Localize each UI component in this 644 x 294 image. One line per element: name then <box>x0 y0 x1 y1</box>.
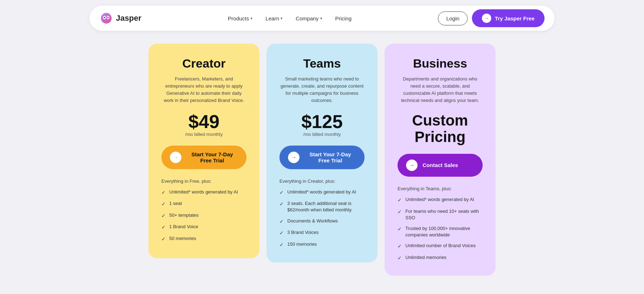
list-item: ✓ Documents & Workflows <box>279 218 365 225</box>
pricing-section: Creator Freelancers, Marketers, and entr… <box>0 36 644 290</box>
list-item: ✓ 50+ templates <box>161 212 247 220</box>
list-item: ✓ 150 memories <box>279 241 365 249</box>
check-icon: ✓ <box>161 212 166 220</box>
business-features-list: ✓ Unlimited* words generated by AI ✓ For… <box>397 196 483 262</box>
creator-cta-label: Start Your 7-Day Free Trial <box>186 151 238 163</box>
creator-features-list: ✓ Unlimited* words generated by AI ✓ 1 s… <box>161 189 247 243</box>
logo[interactable]: Jasper <box>99 11 141 25</box>
business-features-header: Everything in Teams, plus: <box>397 186 483 191</box>
feature-label: 1 Brand Voice <box>169 224 198 230</box>
feature-label: Documents & Workflows <box>287 218 338 224</box>
creator-title: Creator <box>161 57 247 70</box>
teams-price-sub: /mo billed monthly <box>279 132 365 137</box>
list-item: ✓ For teams who need 10+ seats with SSO <box>397 208 483 221</box>
business-cta-button[interactable]: → Contact Sales <box>397 154 483 177</box>
jasper-logo-icon <box>99 11 113 25</box>
list-item: ✓ 50 memories <box>161 235 247 243</box>
business-desc: Departments and organizations who need a… <box>397 75 483 104</box>
feature-label: 3 seats. Each additional seat is $62/mon… <box>287 200 365 213</box>
list-item: ✓ Unlimited number of Brand Voices <box>397 242 483 250</box>
business-price: Custom Pricing <box>397 112 483 145</box>
check-icon: ✓ <box>397 197 402 204</box>
check-icon: ✓ <box>279 189 284 196</box>
feature-label: Unlimited* words generated by AI <box>405 196 474 203</box>
check-icon: ✓ <box>161 189 166 196</box>
list-item: ✓ 3 Brand Voices <box>279 229 365 237</box>
nav-actions: Login → Try Jasper Free <box>438 9 545 27</box>
teams-features-list: ✓ Unlimited* words generated by AI ✓ 3 s… <box>279 189 365 249</box>
list-item: ✓ Unlimited* words generated by AI <box>161 189 247 196</box>
business-cta-label: Contact Sales <box>423 162 458 168</box>
teams-title: Teams <box>279 57 365 70</box>
feature-label: For teams who need 10+ seats with SSO <box>405 208 483 221</box>
list-item: ✓ 3 seats. Each additional seat is $62/m… <box>279 200 365 213</box>
nav-pricing[interactable]: Pricing <box>330 13 357 24</box>
arrow-icon: → <box>406 160 418 171</box>
business-title: Business <box>397 57 483 70</box>
check-icon: ✓ <box>161 201 166 208</box>
teams-price: $125 <box>279 112 365 131</box>
creator-features-header: Everything in Free, plus: <box>161 178 247 184</box>
feature-label: Unlimited* words generated by AI <box>169 189 238 195</box>
nav-company-label: Company <box>296 15 318 21</box>
nav-learn[interactable]: Learn ▾ <box>260 13 288 24</box>
creator-price: $49 <box>161 112 247 131</box>
feature-label: Trusted by 100,000+ innovative companies… <box>405 225 483 238</box>
svg-point-4 <box>104 17 105 18</box>
arrow-icon: → <box>482 14 491 23</box>
teams-features-header: Everything in Creator, plus: <box>279 178 365 184</box>
login-button[interactable]: Login <box>438 11 468 25</box>
nav-products[interactable]: Products ▾ <box>223 13 258 24</box>
check-icon: ✓ <box>397 209 402 216</box>
creator-cta-button[interactable]: → Start Your 7-Day Free Trial <box>161 146 247 169</box>
chevron-down-icon: ▾ <box>280 16 283 21</box>
feature-label: 1 seat <box>169 200 182 207</box>
check-icon: ✓ <box>397 226 402 233</box>
svg-point-5 <box>107 17 109 18</box>
teams-cta-label: Start Your 7-Day Free Trial <box>304 151 356 163</box>
list-item: ✓ Unlimited memories <box>397 254 483 262</box>
list-item: ✓ Unlimited* words generated by AI <box>279 189 365 196</box>
check-icon: ✓ <box>279 241 284 249</box>
navbar: Jasper Products ▾ Learn ▾ Company ▾ Pric… <box>89 6 555 31</box>
check-icon: ✓ <box>397 255 402 262</box>
feature-label: 50+ templates <box>169 212 199 219</box>
try-jasper-button[interactable]: → Try Jasper Free <box>472 9 545 27</box>
teams-cta-button[interactable]: → Start Your 7-Day Free Trial <box>279 146 365 169</box>
creator-card: Creator Freelancers, Marketers, and entr… <box>148 44 259 258</box>
check-icon: ✓ <box>279 230 284 237</box>
feature-label: Unlimited* words generated by AI <box>287 189 356 195</box>
nav-learn-label: Learn <box>265 15 279 21</box>
nav-products-label: Products <box>228 15 249 21</box>
arrow-icon: → <box>170 152 181 163</box>
check-icon: ✓ <box>279 201 284 208</box>
check-icon: ✓ <box>397 243 402 250</box>
creator-desc: Freelancers, Marketers, and entrepreneur… <box>161 75 247 104</box>
teams-desc: Small marketing teams who need to genera… <box>279 75 365 104</box>
feature-label: Unlimited number of Brand Voices <box>405 242 476 249</box>
nav-company[interactable]: Company ▾ <box>291 13 327 24</box>
try-jasper-label: Try Jasper Free <box>495 15 535 21</box>
feature-label: 50 memories <box>169 235 196 242</box>
creator-price-sub: /mo billed monthly <box>161 132 247 137</box>
nav-pricing-label: Pricing <box>335 15 352 21</box>
check-icon: ✓ <box>161 236 166 243</box>
arrow-icon: → <box>288 152 299 163</box>
list-item: ✓ Unlimited* words generated by AI <box>397 196 483 204</box>
logo-text: Jasper <box>116 14 141 23</box>
teams-card: Teams Small marketing teams who need to … <box>267 44 377 263</box>
check-icon: ✓ <box>279 218 284 225</box>
feature-label: 150 memories <box>287 241 317 248</box>
list-item: ✓ 1 Brand Voice <box>161 224 247 231</box>
svg-point-1 <box>101 13 112 24</box>
feature-label: Unlimited memories <box>405 254 447 261</box>
chevron-down-icon: ▾ <box>320 16 322 21</box>
business-card: Business Departments and organizations w… <box>385 44 496 276</box>
chevron-down-icon: ▾ <box>250 16 253 21</box>
check-icon: ✓ <box>161 224 166 231</box>
feature-label: 3 Brand Voices <box>287 229 318 236</box>
list-item: ✓ Trusted by 100,000+ innovative compani… <box>397 225 483 238</box>
nav-links: Products ▾ Learn ▾ Company ▾ Pricing <box>223 13 357 24</box>
list-item: ✓ 1 seat <box>161 200 247 208</box>
